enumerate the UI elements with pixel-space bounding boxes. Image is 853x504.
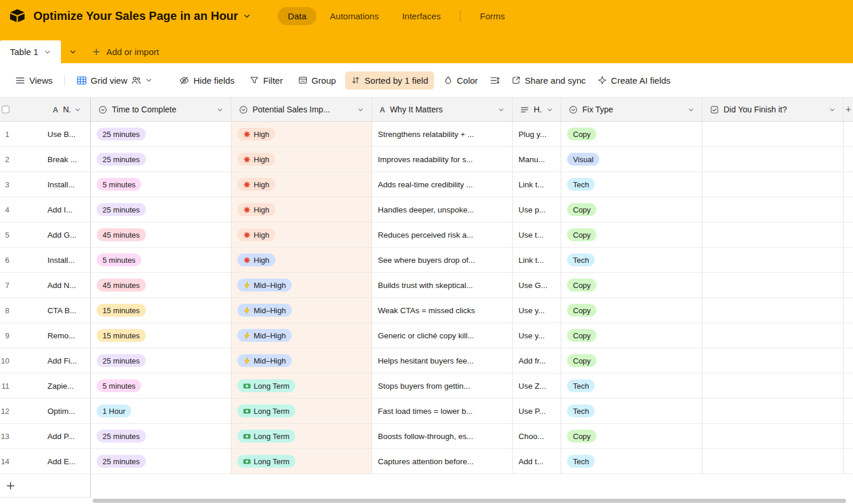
column-header-why-it-matters[interactable]: A Why It Matters [372,98,513,121]
airtable-logo-icon[interactable] [9,9,25,23]
column-header-did-you-finish[interactable]: Did You Finish it? [702,98,844,121]
column-header-how[interactable]: H. [513,98,561,121]
table-row[interactable]: 3Install...5 minutesHighAdds real-time c… [0,172,853,197]
impact-cell[interactable]: Mid–High [231,323,372,348]
fix-type-cell[interactable]: Tech [561,449,702,474]
how-cell[interactable]: Use Z... [513,373,561,398]
why-cell[interactable]: Weak CTAs = missed clicks [372,298,513,323]
why-cell[interactable]: Boosts follow-through, es... [372,424,513,448]
base-title[interactable]: Optimize Your Sales Page in an Hour [33,9,251,23]
time-cell[interactable]: 1 Hour [91,399,231,423]
fix-type-cell[interactable]: Tech [561,373,702,398]
why-cell[interactable]: Handles deeper, unspoke... [372,197,513,222]
fix-type-cell[interactable]: Copy [561,424,702,448]
why-cell[interactable]: Builds trust with skeptical... [372,273,513,297]
how-cell[interactable]: Manu... [513,147,561,172]
why-cell[interactable]: Strengthens relatability + ... [372,122,513,146]
impact-cell[interactable]: High [231,248,372,272]
horizontal-scrollbar[interactable] [0,498,853,504]
impact-cell[interactable]: High [231,122,372,146]
impact-cell[interactable]: Long Term [231,449,372,474]
table-row[interactable]: 11Zapie...5 minutesLong TermStops buyers… [0,373,853,399]
time-cell[interactable]: 5 minutes [91,373,231,398]
impact-cell[interactable]: High [231,147,372,172]
tab-interfaces[interactable]: Interfaces [392,7,451,25]
why-cell[interactable]: Helps hesitant buyers fee... [372,348,513,373]
share-and-sync-button[interactable]: Share and sync [506,71,592,90]
table-row[interactable]: 10Add Fi...25 minutesMid–HighHelps hesit… [0,348,853,373]
fix-type-cell[interactable]: Copy [561,197,702,222]
fix-type-cell[interactable]: Visual [561,147,702,172]
name-cell[interactable]: 7Add N... [0,273,91,297]
column-header-potential-sales-impact[interactable]: Potential Sales Imp... [231,98,372,121]
how-cell[interactable]: Use G... [513,273,561,297]
how-cell[interactable]: Plug y... [513,122,561,146]
time-cell[interactable]: 25 minutes [91,147,231,172]
name-cell[interactable]: 8CTA B... [0,298,91,323]
impact-cell[interactable]: High [231,222,372,247]
done-cell[interactable] [702,298,844,323]
fix-type-cell[interactable]: Copy [561,122,702,146]
how-cell[interactable]: Link t... [513,248,561,272]
fix-type-cell[interactable]: Copy [561,298,702,323]
done-cell[interactable] [702,348,844,373]
fix-type-cell[interactable]: Copy [561,273,702,297]
fix-type-cell[interactable]: Copy [561,222,702,247]
time-cell[interactable]: 25 minutes [91,197,231,222]
done-cell[interactable] [702,248,844,272]
table-row[interactable]: 7Add N...45 minutesMid–HighBuilds trust … [0,273,853,298]
impact-cell[interactable]: Long Term [231,399,372,423]
done-cell[interactable] [702,147,844,172]
add-row-button[interactable] [0,474,91,498]
done-cell[interactable] [702,323,844,348]
time-cell[interactable]: 45 minutes [91,273,231,297]
table-row[interactable]: 2Break ...25 minutesHighImproves readabi… [0,147,853,172]
name-cell[interactable]: 4Add I... [0,197,91,222]
scrollbar-thumb[interactable] [93,499,846,503]
time-cell[interactable]: 25 minutes [91,424,231,448]
time-cell[interactable]: 15 minutes [91,298,231,323]
column-header-fix-type[interactable]: Fix Type [561,98,702,121]
time-cell[interactable]: 5 minutes [91,248,231,272]
name-cell[interactable]: 3Install... [0,172,91,197]
time-cell[interactable]: 15 minutes [91,323,231,348]
column-header-time-to-complete[interactable]: Time to Complete [91,98,231,121]
done-cell[interactable] [702,373,844,398]
how-cell[interactable]: Link t... [513,172,561,197]
grid-view-button[interactable]: Grid view [71,71,159,90]
done-cell[interactable] [702,197,844,222]
filter-button[interactable]: Filter [244,71,288,90]
done-cell[interactable] [702,273,844,297]
name-cell[interactable]: 2Break ... [0,147,91,172]
name-cell[interactable]: 14Add E... [0,449,91,474]
fix-type-cell[interactable]: Tech [561,248,702,272]
name-cell[interactable]: 10Add Fi... [0,348,91,373]
why-cell[interactable]: Stops buyers from gettin... [372,373,513,398]
time-cell[interactable]: 25 minutes [91,122,231,146]
table-tab-table1[interactable]: Table 1 [0,40,61,63]
why-cell[interactable]: Improves readability for s... [372,147,513,172]
name-cell[interactable]: 5Add G... [0,222,91,247]
why-cell[interactable]: Captures attention before... [372,449,513,474]
fix-type-cell[interactable]: Tech [561,399,702,423]
name-cell[interactable]: 6Install... [0,248,91,272]
how-cell[interactable]: Use P... [513,399,561,423]
done-cell[interactable] [702,399,844,423]
group-button[interactable]: Group [292,71,342,90]
impact-cell[interactable]: Long Term [231,424,372,448]
why-cell[interactable]: Adds real-time credibility ... [372,172,513,197]
color-button[interactable]: Color [438,71,484,90]
how-cell[interactable]: Choo... [513,424,561,448]
done-cell[interactable] [702,449,844,474]
done-cell[interactable] [702,172,844,197]
impact-cell[interactable]: Mid–High [231,273,372,297]
impact-cell[interactable]: High [231,197,372,222]
fix-type-cell[interactable]: Copy [561,348,702,373]
time-cell[interactable]: 45 minutes [91,222,231,247]
why-cell[interactable]: Reduces perceived risk a... [372,222,513,247]
table-row[interactable]: 6Install...5 minutesHighSee where buyers… [0,248,853,273]
impact-cell[interactable]: High [231,172,372,197]
how-cell[interactable]: Use p... [513,197,561,222]
table-list-chevron[interactable] [61,40,85,63]
how-cell[interactable]: Use t... [513,222,561,247]
